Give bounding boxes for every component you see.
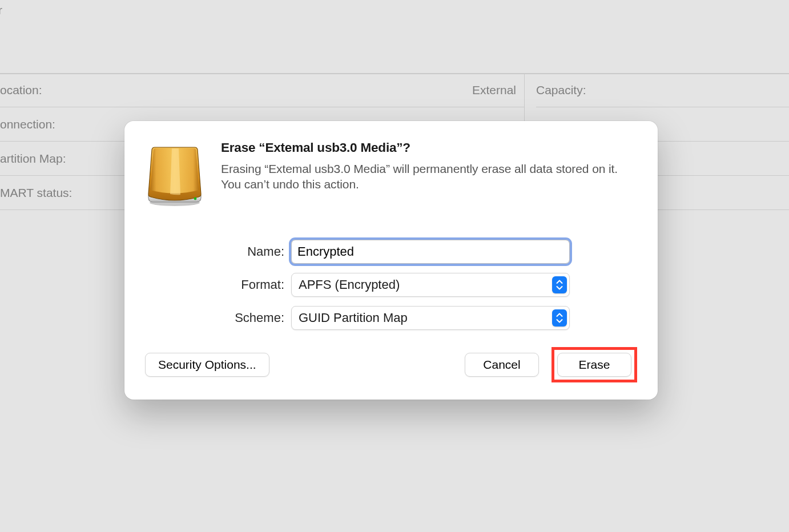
capacity-label: Capacity: <box>536 83 586 97</box>
scheme-select[interactable]: GUID Partition Map <box>291 306 570 330</box>
location-label: ocation: <box>0 83 42 97</box>
external-drive-icon <box>145 140 204 210</box>
smart-label: MART status: <box>0 186 72 200</box>
scheme-label: Scheme: <box>222 311 291 325</box>
format-select[interactable]: APFS (Encrypted) <box>291 273 570 297</box>
updown-arrows-icon <box>552 276 567 293</box>
partition-map-label: artition Map: <box>0 152 66 166</box>
name-input[interactable] <box>291 240 570 264</box>
svg-point-1 <box>194 198 197 200</box>
connection-label: onnection: <box>0 118 55 131</box>
name-label: Name: <box>222 244 291 259</box>
format-label: Format: <box>222 277 291 292</box>
erase-button[interactable]: Erase <box>557 353 631 377</box>
partial-text-top: r <box>0 3 2 17</box>
erase-highlight-annotation: Erase <box>552 347 637 382</box>
dialog-title: Erase “Extemal usb3.0 Media”? <box>221 140 637 155</box>
updown-arrows-icon <box>552 309 567 327</box>
info-row-capacity: Capacity: <box>536 73 789 107</box>
location-value: External <box>472 83 516 97</box>
format-value: APFS (Encrypted) <box>299 277 400 292</box>
erase-dialog: Erase “Extemal usb3.0 Media”? Erasing “E… <box>124 121 658 400</box>
security-options-button[interactable]: Security Options... <box>145 353 269 377</box>
dialog-description: Erasing “Extemal usb3.0 Media” will perm… <box>221 161 637 192</box>
info-row-location: ocation: External <box>0 73 524 107</box>
cancel-button[interactable]: Cancel <box>465 353 539 377</box>
scheme-value: GUID Partition Map <box>299 311 408 325</box>
